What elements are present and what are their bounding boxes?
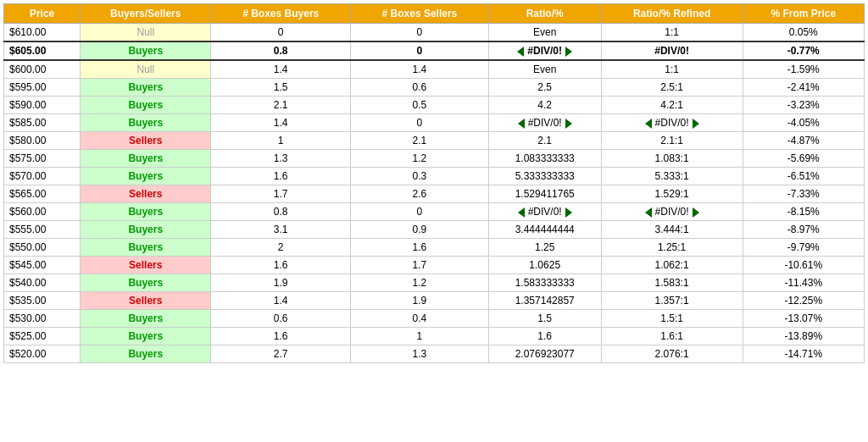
- from-price-cell: -6.51%: [743, 168, 865, 185]
- boxes-buyers-cell: 2: [211, 239, 351, 257]
- buyers-sellers-cell: Buyers: [81, 345, 211, 363]
- table-row: $575.00Buyers1.31.21.0833333331.083:1-5.…: [4, 150, 865, 168]
- boxes-buyers-cell: 1.4: [211, 60, 351, 79]
- price-cell: $525.00: [4, 328, 81, 345]
- buyers-sellers-cell: Buyers: [81, 79, 211, 97]
- from-price-cell: -13.07%: [743, 310, 865, 328]
- price-table: PriceBuyers/Sellers# Boxes Buyers# Boxes…: [3, 3, 865, 363]
- ratio-refined-cell: #DIV/0!: [601, 114, 743, 132]
- buyers-sellers-cell: Buyers: [81, 41, 211, 60]
- price-cell: $570.00: [4, 168, 81, 185]
- boxes-buyers-cell: 2.7: [211, 345, 351, 363]
- ratio-refined-cell: 1:1: [601, 60, 743, 79]
- ratio-cell: 1.0625: [488, 257, 601, 274]
- boxes-buyers-cell: 1.7: [211, 185, 351, 203]
- boxes-sellers-cell: 0.4: [351, 310, 489, 328]
- from-price-cell: -13.89%: [743, 328, 865, 345]
- ratio-refined-cell: 1.529:1: [601, 185, 743, 203]
- from-price-cell: -1.59%: [743, 60, 865, 79]
- buyers-sellers-cell: Buyers: [81, 114, 211, 132]
- table-row: $605.00Buyers0.80#DIV/0!#DIV/0!-0.77%: [4, 41, 865, 60]
- from-price-cell: -11.43%: [743, 274, 865, 292]
- price-cell: $545.00: [4, 257, 81, 274]
- buyers-sellers-cell: Buyers: [81, 150, 211, 168]
- ratio-refined-cell: 4.2:1: [601, 97, 743, 114]
- ratio-cell: #DIV/0!: [488, 203, 601, 221]
- ratio-refined-cell: 1.6:1: [601, 328, 743, 345]
- boxes-buyers-cell: 1.5: [211, 79, 351, 97]
- col-header-1: Buyers/Sellers: [81, 4, 211, 24]
- ratio-refined-cell: 1.062:1: [601, 257, 743, 274]
- buyers-sellers-cell: Sellers: [81, 185, 211, 203]
- table-row: $540.00Buyers1.91.21.5833333331.583:1-11…: [4, 274, 865, 292]
- ratio-cell: #DIV/0!: [488, 114, 601, 132]
- col-header-5: Ratio/% Refined: [601, 4, 743, 24]
- ratio-refined-cell: 1.583:1: [601, 274, 743, 292]
- boxes-buyers-cell: 1: [211, 132, 351, 150]
- from-price-cell: -8.15%: [743, 203, 865, 221]
- boxes-buyers-cell: 3.1: [211, 221, 351, 239]
- boxes-buyers-cell: 1.6: [211, 328, 351, 345]
- ratio-refined-cell: #DIV/0!: [601, 203, 743, 221]
- boxes-buyers-cell: 1.6: [211, 168, 351, 185]
- price-cell: $610.00: [4, 24, 81, 42]
- col-header-4: Ratio/%: [488, 4, 601, 24]
- from-price-cell: -4.05%: [743, 114, 865, 132]
- boxes-buyers-cell: 0.8: [211, 203, 351, 221]
- boxes-buyers-cell: 0.8: [211, 41, 351, 60]
- from-price-cell: 0.05%: [743, 24, 865, 42]
- ratio-cell: 1.083333333: [488, 150, 601, 168]
- from-price-cell: -12.25%: [743, 292, 865, 310]
- ratio-cell: 1.357142857: [488, 292, 601, 310]
- boxes-sellers-cell: 0: [351, 203, 489, 221]
- boxes-sellers-cell: 1.6: [351, 239, 489, 257]
- buyers-sellers-cell: Buyers: [81, 239, 211, 257]
- price-cell: $575.00: [4, 150, 81, 168]
- price-cell: $605.00: [4, 41, 81, 60]
- buyers-sellers-cell: Buyers: [81, 221, 211, 239]
- boxes-sellers-cell: 1.3: [351, 345, 489, 363]
- price-cell: $595.00: [4, 79, 81, 97]
- price-cell: $565.00: [4, 185, 81, 203]
- ratio-cell: 2.5: [488, 79, 601, 97]
- col-header-2: # Boxes Buyers: [211, 4, 351, 24]
- boxes-sellers-cell: 0: [351, 24, 489, 42]
- boxes-sellers-cell: 1.4: [351, 60, 489, 79]
- boxes-sellers-cell: 1.2: [351, 274, 489, 292]
- table-row: $555.00Buyers3.10.93.4444444443.444:1-8.…: [4, 221, 865, 239]
- boxes-sellers-cell: 0.5: [351, 97, 489, 114]
- boxes-buyers-cell: 1.9: [211, 274, 351, 292]
- ratio-cell: #DIV/0!: [488, 41, 601, 60]
- table-row: $595.00Buyers1.50.62.52.5:1-2.41%: [4, 79, 865, 97]
- ratio-cell: Even: [488, 24, 601, 42]
- table-row: $590.00Buyers2.10.54.24.2:1-3.23%: [4, 97, 865, 114]
- table-row: $600.00Null1.41.4Even1:1-1.59%: [4, 60, 865, 79]
- col-header-0: Price: [4, 4, 81, 24]
- boxes-sellers-cell: 0.9: [351, 221, 489, 239]
- boxes-buyers-cell: 1.6: [211, 257, 351, 274]
- buyers-sellers-cell: Buyers: [81, 97, 211, 114]
- buyers-sellers-cell: Null: [81, 60, 211, 79]
- ratio-cell: 3.444444444: [488, 221, 601, 239]
- col-header-3: # Boxes Sellers: [351, 4, 489, 24]
- col-header-6: % From Price: [743, 4, 865, 24]
- price-cell: $560.00: [4, 203, 81, 221]
- boxes-sellers-cell: 0.3: [351, 168, 489, 185]
- ratio-refined-cell: 3.444:1: [601, 221, 743, 239]
- from-price-cell: -10.61%: [743, 257, 865, 274]
- price-cell: $585.00: [4, 114, 81, 132]
- table-row: $565.00Sellers1.72.61.5294117651.529:1-7…: [4, 185, 865, 203]
- from-price-cell: -0.77%: [743, 41, 865, 60]
- ratio-refined-cell: 1.357:1: [601, 292, 743, 310]
- price-cell: $590.00: [4, 97, 81, 114]
- ratio-cell: 4.2: [488, 97, 601, 114]
- price-cell: $550.00: [4, 239, 81, 257]
- price-cell: $600.00: [4, 60, 81, 79]
- ratio-refined-cell: 1:1: [601, 24, 743, 42]
- boxes-sellers-cell: 0.6: [351, 79, 489, 97]
- price-cell: $530.00: [4, 310, 81, 328]
- ratio-cell: 2.076923077: [488, 345, 601, 363]
- buyers-sellers-cell: Sellers: [81, 257, 211, 274]
- price-cell: $535.00: [4, 292, 81, 310]
- boxes-sellers-cell: 1.9: [351, 292, 489, 310]
